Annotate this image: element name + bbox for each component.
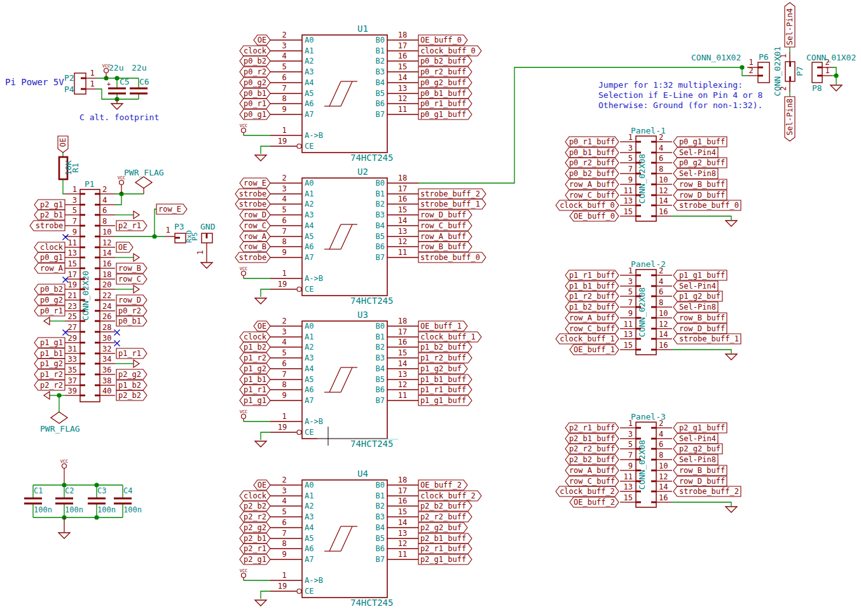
net-label-strobe_buff_0[interactable]: strobe_buff_0 <box>673 200 741 210</box>
net-label-OE[interactable]: OE <box>116 242 133 252</box>
net-label-row_A_buff[interactable]: row_A_buff <box>565 179 619 189</box>
net-label-row_D[interactable]: row_D <box>116 295 147 305</box>
pwr-flag-symbol[interactable]: PWR_FLAG <box>124 168 164 188</box>
net-label-p1_b1[interactable]: p1_b1 <box>34 348 65 359</box>
net-label-p0_g1[interactable]: p0_g1 <box>240 109 270 120</box>
net-label-p0_b1[interactable]: p0_b1 <box>240 88 270 99</box>
net-label-p2_b2[interactable]: p2_b2 <box>116 390 147 400</box>
pwr-flag-symbol[interactable]: PWR_FLAG <box>40 412 80 434</box>
net-label-clock_buff_2[interactable]: clock_buff_2 <box>418 491 481 501</box>
net-label-p0_r1_buff[interactable]: p0_r1_buff <box>565 137 619 147</box>
ic-U3[interactable]: U374HCT2452A0OE18B0OE_buff_13A1clock17B1… <box>240 310 481 449</box>
connector-body[interactable] <box>758 62 769 83</box>
net-label-p1_r1_buff[interactable]: p1_r1_buff <box>565 270 619 280</box>
net-label-p2_r1[interactable]: p2_r1 <box>240 544 270 554</box>
note-c-alt[interactable]: C alt. footprint <box>79 113 159 122</box>
net-label-Sel-Pin8[interactable]: Sel-Pin8 <box>673 168 718 179</box>
net-label-strobe_buff_0[interactable]: strobe_buff_0 <box>418 252 486 263</box>
open-arrow-flag[interactable] <box>134 254 139 261</box>
net-label-row_D_buff[interactable]: row_D_buff <box>673 476 727 486</box>
net-label-p0_g2_buff[interactable]: p0_g2_buff <box>418 78 472 88</box>
net-label-strobe_buff_2[interactable]: strobe_buff_2 <box>673 486 741 496</box>
net-label-row_B_buff[interactable]: row_B_buff <box>418 242 472 252</box>
net-label-p2_g2[interactable]: p2_g2 <box>116 369 147 380</box>
vcc-symbol[interactable]: VCC <box>240 266 248 278</box>
net-label-row_D_buff[interactable]: row_D_buff <box>673 324 727 334</box>
net-label-vertical[interactable]: Sel-Pin4 <box>785 3 795 47</box>
net-label-row_C_buff[interactable]: row_C_buff <box>565 476 619 486</box>
net-label-row_C[interactable]: row_C <box>116 274 147 284</box>
net-label-p0_g2[interactable]: p0_g2 <box>240 78 270 88</box>
net-label-clock_buff_2[interactable]: clock_buff_2 <box>556 486 619 496</box>
vcc-symbol[interactable]: VCC <box>60 459 69 485</box>
net-label-p2_r2[interactable]: p2_r2 <box>34 380 65 390</box>
gnd-symbol[interactable] <box>59 533 70 538</box>
net-label-clock[interactable]: clock <box>34 242 65 252</box>
net-label-p2_g1_buff[interactable]: p2_g1_buff <box>418 554 472 565</box>
connector-p7[interactable]: Sel-Pin41CONN_02X01P72Sel-Pin8 <box>773 3 804 141</box>
capacitor-C1[interactable]: C1100n <box>24 485 52 517</box>
net-label-p1_b2_buff[interactable]: p1_b2_buff <box>565 302 619 312</box>
net-label-row_D[interactable]: row_D <box>240 210 270 220</box>
open-arrow-flag[interactable] <box>44 392 50 399</box>
net-label-p0_b2_buff[interactable]: p0_b2_buff <box>565 168 619 179</box>
net-label-clock[interactable]: clock <box>240 46 270 56</box>
net-label-vertical[interactable]: OE <box>58 136 68 153</box>
net-label-OE[interactable]: OE <box>58 136 68 153</box>
gnd-symbol[interactable] <box>255 441 266 447</box>
gnd-symbol[interactable] <box>201 263 212 268</box>
net-label-p1_b1[interactable]: p1_b1 <box>240 374 270 385</box>
net-label-clock_buff_1[interactable]: clock_buff_1 <box>418 332 481 342</box>
net-label-p1_r2_buff[interactable]: p1_r2_buff <box>418 353 472 363</box>
net-label-row_C[interactable]: row_C <box>240 221 270 231</box>
net-label-p1_g1[interactable]: p1_g1 <box>34 338 65 348</box>
ic-U4[interactable]: U474HCT2452A0OE18B0OE_buff_23A1clock17B1… <box>240 469 481 608</box>
net-label-row_A_buff[interactable]: row_A_buff <box>565 313 619 323</box>
note-jumper[interactable]: Jumper for 1:32 multiplexing:Selection i… <box>598 80 762 110</box>
net-label-p1_r2_buff[interactable]: p1_r2_buff <box>565 291 619 301</box>
net-label-OE[interactable]: OE <box>254 480 270 490</box>
ic-U1[interactable]: U174HCT2452A0OE18B0OE_buff_03A1clock17B1… <box>240 24 481 163</box>
net-label-OE_buff_0[interactable]: OE_buff_0 <box>418 35 467 45</box>
connector-p1[interactable]: P1CONN_02X201234p2_g156p2_b178strobep2_r… <box>30 168 187 434</box>
net-label-row_E[interactable]: row_E <box>240 178 270 188</box>
net-label-clock_buff_0[interactable]: clock_buff_0 <box>418 46 481 56</box>
net-label-p2_r2_buff[interactable]: p2_r2_buff <box>565 444 619 454</box>
net-label-OE[interactable]: OE <box>254 35 270 45</box>
net-label-p0_b1_buff[interactable]: p0_b1_buff <box>565 147 619 158</box>
net-label-p2_b2_buff[interactable]: p2_b2_buff <box>418 501 472 511</box>
net-label-p2_r1_buff[interactable]: p2_r1_buff <box>565 423 619 433</box>
net-label-p2_g1[interactable]: p2_g1 <box>240 554 270 565</box>
net-label-p1_r2[interactable]: p1_r2 <box>240 353 270 363</box>
gnd-symbol[interactable] <box>255 600 266 606</box>
net-label-p2_b1[interactable]: p2_b1 <box>34 210 65 220</box>
net-label-p1_r1[interactable]: p1_r1 <box>116 348 147 359</box>
net-label-p0_g2_buff[interactable]: p0_g2_buff <box>673 158 727 168</box>
net-label-p0_r1_buff[interactable]: p0_r1_buff <box>418 99 472 109</box>
net-label-Sel-Pin8[interactable]: Sel-Pin8 <box>785 97 795 141</box>
vcc-symbol[interactable]: VCC <box>240 123 248 135</box>
net-label-row_B_buff[interactable]: row_B_buff <box>673 179 727 189</box>
ic-U2[interactable]: U274HCT2452A0row_E18B03A1strobe17B1strob… <box>235 167 486 306</box>
net-label-p0_b1_buff[interactable]: p0_b1_buff <box>418 88 472 99</box>
net-label-p1_b2[interactable]: p1_b2 <box>116 380 147 390</box>
net-label-p0_b1[interactable]: p0_b1 <box>116 316 147 326</box>
net-label-p2_b2_buff[interactable]: p2_b2_buff <box>565 455 619 465</box>
open-arrow-flag[interactable] <box>44 317 50 325</box>
net-label-p1_b1_buff[interactable]: p1_b1_buff <box>565 281 619 291</box>
net-label-Sel-Pin4[interactable]: Sel-Pin4 <box>673 281 718 291</box>
net-label-p2_g2_buf[interactable]: p2_g2_buf <box>673 444 722 454</box>
net-label-p0_r1[interactable]: p0_r1 <box>240 99 270 109</box>
net-label-Sel-Pin8[interactable]: Sel-Pin8 <box>673 455 718 465</box>
net-label-p1_b2[interactable]: p1_b2 <box>240 342 270 352</box>
connector-body[interactable] <box>812 62 822 83</box>
capacitor-C4[interactable]: C4100n <box>114 485 142 517</box>
net-label-p0_r2_buff[interactable]: p0_r2_buff <box>418 67 472 77</box>
gnd-symbol[interactable] <box>726 354 737 360</box>
net-label-p1_r2[interactable]: p1_r2 <box>34 369 65 380</box>
gnd-symbol[interactable] <box>726 507 737 512</box>
net-label-row_D_buff[interactable]: row_D_buff <box>418 210 472 220</box>
net-label-p2_r1[interactable]: p2_r1 <box>116 221 147 231</box>
connector-Panel-3[interactable]: Panel-3CONN_02X0812p2_r1_buffp2_g1_buff3… <box>556 412 741 512</box>
net-label-p0_g1_buff[interactable]: p0_g1_buff <box>418 109 472 120</box>
